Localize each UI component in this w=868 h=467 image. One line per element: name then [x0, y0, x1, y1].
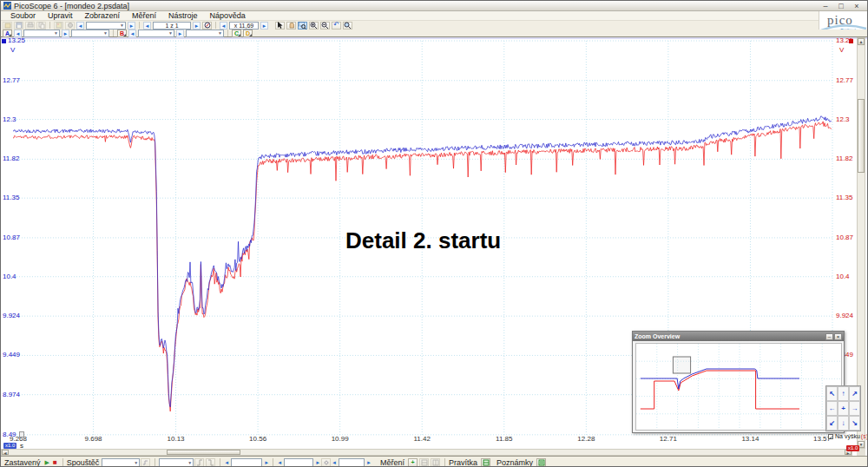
zoom-in-step-arrow[interactable]: ►: [260, 22, 268, 30]
hand-tool-button[interactable]: [286, 22, 296, 30]
nav-pad-arrow-8[interactable]: ↘: [849, 416, 860, 431]
axis-scale-icon[interactable]: [19, 431, 24, 437]
zoom-out-tool-button[interactable]: [320, 22, 330, 30]
menu-item-5[interactable]: Nápověda: [204, 11, 252, 21]
y-tick-left: 13.25: [8, 37, 25, 44]
channel-a-range-combo[interactable]: ▼: [23, 30, 60, 37]
notes-button[interactable]: [536, 458, 546, 467]
nav-pad-arrow-4[interactable]: +: [838, 401, 849, 416]
next-page-arrow[interactable]: ►: [193, 22, 201, 30]
nav-pad-arrow-5[interactable]: →: [849, 401, 860, 416]
delay-down-arrow[interactable]: ◄: [332, 458, 337, 467]
channel-b-range-up-arrow[interactable]: ►: [176, 30, 184, 37]
x-zoom-badge-left[interactable]: x1.0: [3, 443, 16, 449]
rulers-button[interactable]: [481, 458, 490, 467]
chart-annotation: Detail 2. startu: [345, 227, 501, 254]
channel-a-range-up-arrow[interactable]: ►: [62, 30, 69, 37]
zoom-overview-plot[interactable]: [635, 343, 842, 431]
channel-c-button[interactable]: C: [232, 30, 241, 37]
dropdown-arrow-icon: ▼: [187, 460, 192, 465]
corner-dropdown-icon: [123, 34, 126, 36]
x-tick: 13.14: [740, 436, 760, 443]
channel-b-probe-combo[interactable]: ▼: [186, 30, 224, 37]
trigger-mode-combo[interactable]: ▼: [102, 458, 140, 467]
overview-view-rectangle[interactable]: [673, 357, 690, 373]
close-button[interactable]: ×: [852, 2, 861, 10]
pretrigger-down-arrow[interactable]: ◄: [277, 458, 282, 467]
add-measurement-button[interactable]: +: [408, 458, 418, 467]
zoom-in-tool-button[interactable]: [309, 22, 319, 30]
delay-up-arrow[interactable]: ►: [366, 458, 372, 467]
menu-item-3[interactable]: Měření: [126, 11, 162, 21]
trigger-marker-button[interactable]: [321, 458, 331, 467]
zoom-navigation-pad: ↖↑↗←+→↙↓↘: [825, 385, 861, 431]
nav-pad-arrow-0[interactable]: ↖: [826, 386, 838, 401]
horizontal-scrollbar[interactable]: ◄ ►: [1, 449, 852, 456]
print-button[interactable]: [25, 22, 35, 30]
advanced-trigger-button[interactable]: [141, 458, 150, 467]
pretrigger-up-arrow[interactable]: ►: [315, 458, 320, 467]
x-zoom-badge-right[interactable]: x1.0: [846, 445, 859, 451]
channel-b-axis-marker: [849, 39, 853, 43]
undo-zoom-button[interactable]: ↶: [332, 22, 341, 30]
channel-b-range-combo[interactable]: ▼: [138, 30, 174, 37]
pretrigger-input[interactable]: [284, 458, 313, 467]
nav-pad-arrow-1[interactable]: ↑: [838, 386, 849, 401]
horizontal-scroll-thumb[interactable]: [167, 450, 240, 455]
delay-input[interactable]: [339, 458, 365, 467]
marquee-zoom-tool-button[interactable]: [298, 22, 307, 30]
zoom-overview-close-button[interactable]: ×: [834, 333, 842, 340]
edit-measurement-button[interactable]: [419, 458, 429, 467]
zoom-out-step-arrow[interactable]: ◄: [220, 22, 227, 30]
zoom-overview-titlebar[interactable]: Zoom Overview – ×: [633, 332, 844, 341]
menu-item-2[interactable]: Zobrazení: [79, 11, 127, 21]
next-buffer-arrow[interactable]: ►: [128, 22, 135, 30]
zoom-overview-minimize-button[interactable]: –: [825, 333, 833, 340]
image-export-button[interactable]: [54, 22, 63, 30]
undo-arrow-icon: ↶: [333, 22, 339, 29]
stop-capture-icon[interactable]: ■: [53, 458, 57, 466]
y-tick-right: 11.35: [836, 194, 852, 201]
menu-item-0[interactable]: Soubor: [4, 11, 42, 21]
y-tick-left: 11.82: [3, 155, 19, 162]
prev-page-arrow[interactable]: ◄: [143, 22, 151, 30]
open-file-button[interactable]: [3, 22, 12, 30]
rising-edge-button[interactable]: [194, 458, 204, 467]
start-capture-icon[interactable]: ▶: [45, 459, 49, 466]
menu-item-1[interactable]: Upravit: [42, 11, 79, 21]
scroll-up-arrow[interactable]: ▲: [858, 38, 865, 45]
trigger-channel-combo[interactable]: ▼: [159, 458, 194, 467]
nav-pad-arrow-7[interactable]: ↓: [838, 416, 849, 431]
channel-d-button[interactable]: D: [243, 30, 253, 37]
buffer-combo[interactable]: ▼: [86, 22, 126, 30]
pointer-tool-button[interactable]: [275, 22, 285, 30]
channels-toolbar: A ◄ ▼ ► ▼ B ◄ ▼ ► ▼ C D: [1, 30, 867, 37]
statusbar-separator: [220, 458, 220, 467]
checkbox-checked-icon[interactable]: ✓: [828, 434, 833, 439]
scope-view: 13.2512.7712.311.8211.3510.8710.49.9249.…: [1, 37, 868, 456]
y-unit-left: V: [10, 46, 15, 54]
channel-a-probe-combo[interactable]: ▼: [71, 30, 109, 37]
maximize-button[interactable]: □: [837, 2, 845, 10]
nav-pad-arrow-2[interactable]: ↗: [849, 386, 860, 401]
prev-buffer-arrow[interactable]: ◄: [76, 22, 84, 30]
nav-pad-arrow-6[interactable]: ↙: [826, 416, 838, 431]
buffer-navigator-button[interactable]: [202, 22, 212, 30]
trigger-level-up-arrow[interactable]: ►: [264, 458, 269, 467]
zoom-full-button[interactable]: [343, 22, 352, 30]
delete-measurement-button[interactable]: [431, 458, 440, 467]
falling-edge-button[interactable]: [206, 458, 215, 467]
settings-button[interactable]: [65, 22, 75, 30]
vertical-scroll-thumb[interactable]: [858, 99, 865, 173]
menu-item-4[interactable]: Nástroje: [162, 11, 204, 21]
channel-b-range-down-arrow[interactable]: ◄: [128, 30, 136, 37]
copy-button[interactable]: [36, 22, 46, 30]
save-button[interactable]: [14, 22, 23, 30]
scroll-left-arrow[interactable]: ◄: [2, 450, 9, 455]
trigger-level-input[interactable]: [231, 458, 262, 467]
minimize-button[interactable]: –: [821, 2, 830, 10]
y-tick-right: 9.924: [836, 312, 853, 319]
trigger-level-down-arrow[interactable]: ◄: [224, 458, 229, 467]
channel-b-button[interactable]: B: [117, 30, 127, 37]
nav-pad-arrow-3[interactable]: ←: [826, 401, 838, 416]
